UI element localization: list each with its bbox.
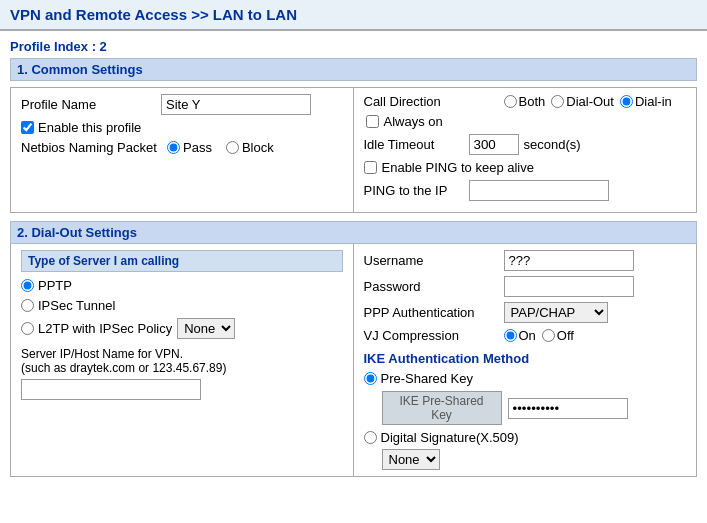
- vj-on-label: On: [519, 328, 536, 343]
- call-dialin-label: Dial-in: [635, 94, 672, 109]
- netbios-pass-label: Pass: [183, 140, 212, 155]
- l2tp-radio[interactable]: [21, 322, 34, 335]
- call-dialin-radio[interactable]: [620, 95, 633, 108]
- vj-off-radio[interactable]: [542, 329, 555, 342]
- call-dialout-label: Dial-Out: [566, 94, 614, 109]
- ike-preshared-label: Pre-Shared Key: [381, 371, 474, 386]
- ike-preshared-key-input[interactable]: [508, 398, 628, 419]
- profile-index: Profile Index : 2: [10, 39, 697, 54]
- vj-off-label: Off: [557, 328, 574, 343]
- call-dialin-option[interactable]: Dial-in: [620, 94, 672, 109]
- ppp-auth-select[interactable]: PAP/CHAP PAP CHAP MS-CHAP v2: [504, 302, 608, 323]
- section1-header: 1. Common Settings: [10, 58, 697, 81]
- ping-ip-input[interactable]: [469, 180, 609, 201]
- server-ip-input[interactable]: [21, 379, 201, 400]
- idle-seconds-label: second(s): [524, 137, 581, 152]
- ike-preshared-option[interactable]: Pre-Shared Key: [364, 371, 474, 386]
- ike-digital-label: Digital Signature(X.509): [381, 430, 519, 445]
- ike-preshared-radio[interactable]: [364, 372, 377, 385]
- vj-off-option[interactable]: Off: [542, 328, 574, 343]
- ike-digital-radio[interactable]: [364, 431, 377, 444]
- vj-compression-label: VJ Compression: [364, 328, 504, 343]
- server-note-line1: Server IP/Host Name for VPN.: [21, 347, 343, 361]
- vj-on-option[interactable]: On: [504, 328, 536, 343]
- ike-digital-option[interactable]: Digital Signature(X.509): [364, 430, 519, 445]
- profile-name-label: Profile Name: [21, 97, 161, 112]
- ipsec-tunnel-radio[interactable]: [21, 299, 34, 312]
- l2tp-label: L2TP with IPSec Policy: [38, 321, 172, 336]
- server-note-line2: (such as draytek.com or 123.45.67.89): [21, 361, 343, 375]
- pptp-option[interactable]: PPTP: [21, 278, 72, 293]
- always-on-checkbox[interactable]: [366, 115, 379, 128]
- enable-profile-label: Enable this profile: [38, 120, 141, 135]
- call-both-radio[interactable]: [504, 95, 517, 108]
- ipsec-tunnel-option[interactable]: IPSec Tunnel: [21, 298, 115, 313]
- enable-profile-checkbox[interactable]: [21, 121, 34, 134]
- password-label: Password: [364, 279, 504, 294]
- ppp-auth-label: PPP Authentication: [364, 305, 504, 320]
- ike-header: IKE Authentication Method: [364, 351, 687, 366]
- netbios-block-label: Block: [242, 140, 274, 155]
- pptp-label: PPTP: [38, 278, 72, 293]
- ping-keepalive-label: Enable PING to keep alive: [382, 160, 534, 175]
- netbios-pass-radio[interactable]: [167, 141, 180, 154]
- ping-ip-label: PING to the IP: [364, 183, 464, 198]
- page-title: VPN and Remote Access >> LAN to LAN: [0, 0, 707, 31]
- netbios-block-radio[interactable]: [226, 141, 239, 154]
- username-input[interactable]: [504, 250, 634, 271]
- ike-preshared-key-button[interactable]: IKE Pre-Shared Key: [382, 391, 502, 425]
- idle-timeout-label: Idle Timeout: [364, 137, 464, 152]
- l2tp-option[interactable]: L2TP with IPSec Policy: [21, 321, 172, 336]
- call-direction-label: Call Direction: [364, 94, 504, 109]
- ike-digital-select[interactable]: None: [382, 449, 440, 470]
- profile-name-input[interactable]: [161, 94, 311, 115]
- ipsec-tunnel-label: IPSec Tunnel: [38, 298, 115, 313]
- call-both-option[interactable]: Both: [504, 94, 546, 109]
- call-both-label: Both: [519, 94, 546, 109]
- netbios-label: Netbios Naming Packet: [21, 140, 161, 155]
- always-on-label: Always on: [384, 114, 443, 129]
- ping-keepalive-checkbox[interactable]: [364, 161, 377, 174]
- username-label: Username: [364, 253, 504, 268]
- netbios-pass-option[interactable]: Pass: [167, 140, 212, 155]
- pptp-radio[interactable]: [21, 279, 34, 292]
- l2tp-policy-select[interactable]: None: [177, 318, 235, 339]
- server-type-header: Type of Server I am calling: [21, 250, 343, 272]
- vj-on-radio[interactable]: [504, 329, 517, 342]
- password-input[interactable]: [504, 276, 634, 297]
- call-dialout-option[interactable]: Dial-Out: [551, 94, 614, 109]
- idle-timeout-input[interactable]: [469, 134, 519, 155]
- netbios-block-option[interactable]: Block: [226, 140, 274, 155]
- call-dialout-radio[interactable]: [551, 95, 564, 108]
- section2-header: 2. Dial-Out Settings: [10, 221, 697, 244]
